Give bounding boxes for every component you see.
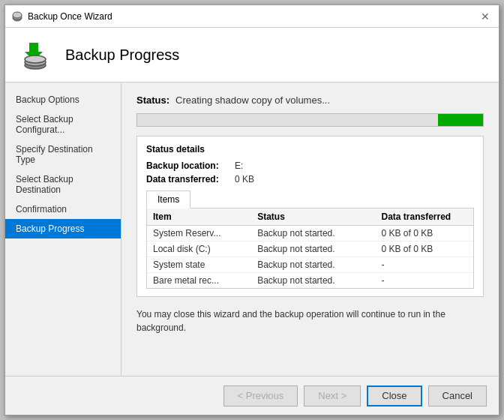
- cell-status: Backup not started.: [251, 242, 375, 257]
- col-header-data: Data transferred: [375, 208, 473, 226]
- sidebar-item-specify-destination-type[interactable]: Specify Destination Type: [5, 140, 121, 170]
- table-row: Bare metal rec...Backup not started.-: [147, 273, 473, 289]
- col-header-item: Item: [147, 208, 251, 226]
- table-row: Local disk (C:)Backup not started.0 KB o…: [147, 242, 473, 257]
- page-header: Backup Progress: [5, 28, 499, 82]
- title-bar-left: Backup Once Wizard: [11, 10, 112, 22]
- tab-header: Items: [146, 190, 474, 208]
- status-row: Status: Creating shadow copy of volumes.…: [136, 94, 484, 106]
- cell-status: Backup not started.: [251, 273, 375, 289]
- data-transferred-row: Data transferred: 0 KB: [146, 174, 474, 184]
- table-row: System Reserv...Backup not started.0 KB …: [147, 226, 473, 242]
- cell-item: System Reserv...: [147, 226, 251, 242]
- status-details-title: Status details: [146, 144, 474, 154]
- backup-location-label: Backup location:: [146, 160, 229, 171]
- cell-data: -: [375, 273, 473, 289]
- notice-text: You may close this wizard and the backup…: [136, 308, 484, 334]
- progress-bar-fill: [438, 114, 483, 126]
- main-panel: Status: Creating shadow copy of volumes.…: [122, 82, 499, 376]
- cancel-button[interactable]: Cancel: [428, 386, 487, 406]
- tab-content-items: Item Status Data transferred System Rese…: [146, 208, 474, 289]
- backup-icon: [17, 37, 53, 73]
- status-label: Status:: [136, 94, 170, 106]
- sidebar: Backup Options Select Backup Configurat.…: [5, 82, 122, 376]
- cell-item: System state: [147, 257, 251, 273]
- backup-location-row: Backup location: E:: [146, 160, 474, 171]
- cell-status: Backup not started.: [251, 257, 375, 273]
- content-area: Backup Options Select Backup Configurat.…: [5, 82, 499, 376]
- cell-item: Local disk (C:): [147, 242, 251, 257]
- header-icon: [17, 37, 53, 73]
- col-header-status: Status: [251, 208, 375, 226]
- progress-bar: [136, 113, 484, 127]
- backup-location-value: E:: [235, 160, 243, 171]
- sidebar-item-backup-progress[interactable]: Backup Progress: [5, 219, 121, 238]
- window-title: Backup Once Wizard: [28, 11, 112, 22]
- close-button[interactable]: Close: [367, 386, 422, 406]
- tabs-container: Items Item Status Data transferred: [146, 190, 474, 289]
- cell-data: 0 KB of 0 KB: [375, 226, 473, 242]
- next-button[interactable]: Next >: [304, 386, 361, 406]
- sidebar-item-confirmation[interactable]: Confirmation: [5, 200, 121, 219]
- cell-item: Bare metal rec...: [147, 273, 251, 289]
- tab-items[interactable]: Items: [146, 190, 190, 208]
- table-row: System stateBackup not started.-: [147, 257, 473, 273]
- data-transferred-label: Data transferred:: [146, 174, 229, 184]
- data-transferred-value: 0 KB: [235, 174, 254, 184]
- sidebar-item-backup-options[interactable]: Backup Options: [5, 90, 121, 110]
- items-table: Item Status Data transferred System Rese…: [147, 208, 473, 288]
- sidebar-item-select-backup-destination[interactable]: Select Backup Destination: [5, 170, 121, 200]
- previous-button[interactable]: < Previous: [224, 386, 298, 406]
- sidebar-item-select-backup-config[interactable]: Select Backup Configurat...: [5, 110, 121, 140]
- main-window: Backup Once Wizard ✕ Backup Progress Bac…: [4, 4, 500, 416]
- title-bar: Backup Once Wizard ✕: [5, 5, 499, 28]
- status-details-box: Status details Backup location: E: Data …: [136, 136, 484, 297]
- cell-status: Backup not started.: [251, 226, 375, 242]
- cell-data: -: [375, 257, 473, 273]
- svg-point-2: [13, 12, 22, 18]
- svg-point-5: [25, 56, 46, 63]
- footer: < Previous Next > Close Cancel: [5, 376, 499, 415]
- window-close-button[interactable]: ✕: [478, 9, 493, 24]
- status-value: Creating shadow copy of volumes...: [176, 94, 330, 106]
- window-icon: [11, 10, 23, 22]
- table-header-row: Item Status Data transferred: [147, 208, 473, 226]
- page-title: Backup Progress: [65, 46, 179, 64]
- cell-data: 0 KB of 0 KB: [375, 242, 473, 257]
